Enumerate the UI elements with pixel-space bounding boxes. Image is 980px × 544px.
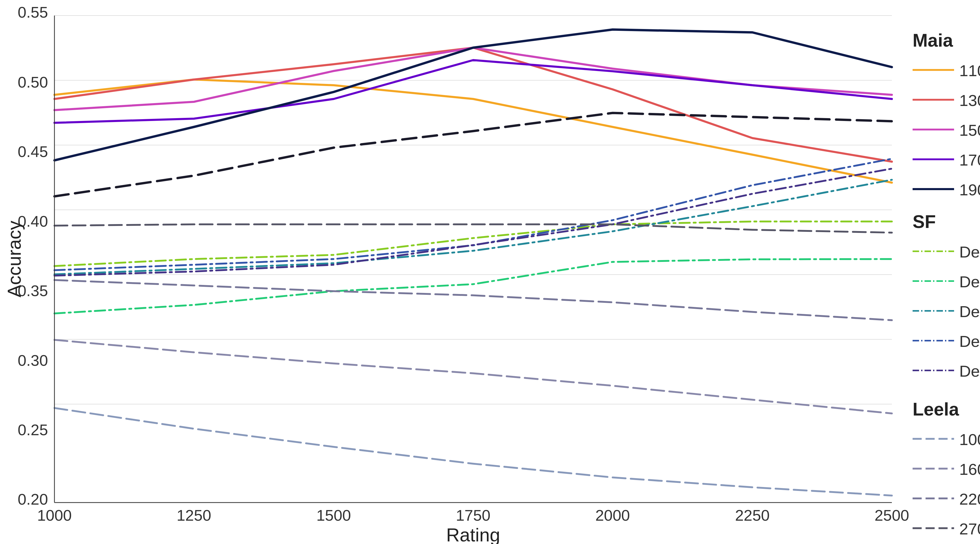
y-tick-label: 0.25 <box>18 421 48 439</box>
legend-maia-1100-label: 1100 <box>959 62 980 79</box>
legend-maia-1900-label: 1900 <box>959 181 980 199</box>
x-tick-label: 2000 <box>595 507 630 524</box>
y-tick-label: 0.20 <box>18 491 48 508</box>
chart-container: 0.55 0.50 0.45 0.40 0.35 0.30 0.25 0.20 … <box>0 0 980 544</box>
legend-leela-2200-label: 2200 <box>959 490 980 508</box>
legend-maia-1700-label: 1700 <box>959 151 980 169</box>
x-tick-label: 1250 <box>177 507 211 524</box>
x-tick-label: 1750 <box>456 507 490 524</box>
legend-sf-depth11-label: Depth 11 <box>959 332 980 350</box>
y-tick-label: 0.30 <box>18 352 48 369</box>
legend-sf-depth9-label: Depth 9 <box>959 303 980 320</box>
legend-sf-depth15-label: Depth 15 <box>959 362 980 380</box>
legend-leela-header: Leela <box>913 399 959 419</box>
x-axis-label: Rating <box>446 525 500 544</box>
y-tick-label: 0.45 <box>18 143 48 160</box>
legend-sf-header: SF <box>913 212 935 232</box>
legend-leela-1600-label: 1600 <box>959 460 980 478</box>
legend-sf-depth5-label: Depth 5 <box>959 273 980 291</box>
legend-maia-1500-label: 1500 <box>959 121 980 139</box>
y-tick-label: 0.55 <box>18 4 48 21</box>
legend-maia-1300-label: 1300 <box>959 92 980 109</box>
legend-leela-2700-label: 2700 <box>959 520 980 538</box>
x-tick-label: 2500 <box>875 507 909 524</box>
legend-maia-header: Maia <box>913 30 953 51</box>
legend-sf-depth1-label: Depth 1 <box>959 243 980 261</box>
y-axis-label: Accuracy <box>4 221 25 297</box>
y-tick-label: 0.50 <box>18 74 48 91</box>
x-tick-label: 1000 <box>37 507 72 524</box>
legend-leela-1000-label: 1000 <box>959 431 980 449</box>
x-tick-label: 2250 <box>735 507 770 524</box>
x-tick-label: 1500 <box>316 507 351 524</box>
